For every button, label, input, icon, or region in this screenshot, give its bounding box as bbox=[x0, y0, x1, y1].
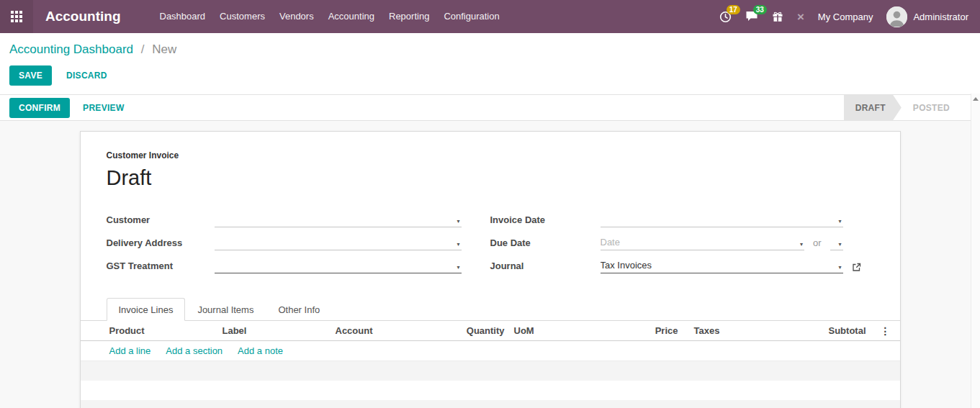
messages-button[interactable]: 33 bbox=[745, 11, 758, 22]
nav-menu-customers[interactable]: Customers bbox=[212, 0, 272, 33]
gift-icon bbox=[772, 11, 783, 22]
close-icon[interactable]: × bbox=[797, 11, 804, 23]
referral-button[interactable] bbox=[772, 11, 783, 22]
vertical-scrollbar[interactable] bbox=[971, 94, 980, 408]
gst-treatment-label: GST Treatment bbox=[107, 260, 215, 273]
chevron-down-icon[interactable]: ▾ bbox=[838, 242, 841, 248]
preview-button[interactable]: PREVIEW bbox=[83, 103, 124, 113]
breadcrumb-current: New bbox=[152, 42, 176, 56]
delivery-address-input[interactable] bbox=[215, 236, 462, 250]
column-uom: UoM bbox=[514, 325, 621, 336]
nav-menu-configuration[interactable]: Configuration bbox=[436, 0, 506, 33]
invoice-state-title: Draft bbox=[107, 166, 874, 190]
navbar-systray: 17 33 × My Company Administrator bbox=[719, 6, 968, 27]
column-product: Product bbox=[81, 325, 222, 336]
add-section-link[interactable]: Add a section bbox=[166, 345, 222, 356]
company-switcher[interactable]: My Company bbox=[818, 12, 873, 22]
add-line-row: Add a line Add a section Add a note bbox=[81, 341, 900, 361]
user-avatar bbox=[886, 6, 907, 27]
breadcrumb-parent[interactable]: Accounting Dashboard bbox=[9, 42, 133, 56]
customer-label: Customer bbox=[107, 214, 215, 227]
form-buttons: SAVE DISCARD bbox=[0, 60, 980, 94]
invoice-lines-header: Product Label Account Quantity UoM Price… bbox=[81, 321, 900, 341]
odoo-screen: Accounting Dashboard Customers Vendors A… bbox=[0, 0, 980, 408]
confirm-button[interactable]: CONFIRM bbox=[9, 98, 70, 118]
add-note-link[interactable]: Add a note bbox=[238, 345, 283, 356]
customer-input[interactable] bbox=[215, 213, 462, 227]
empty-line-row bbox=[81, 381, 900, 400]
journal-input[interactable] bbox=[601, 259, 843, 273]
notebook-tabs: Invoice Lines Journal Items Other Info bbox=[81, 298, 900, 321]
column-options-icon[interactable]: ⋮ bbox=[871, 325, 900, 337]
activity-count-badge: 17 bbox=[727, 5, 740, 14]
chevron-down-icon[interactable]: ▾ bbox=[457, 265, 459, 271]
chevron-down-icon[interactable]: ▾ bbox=[800, 242, 803, 248]
chevron-down-icon[interactable]: ▾ bbox=[838, 219, 841, 225]
nav-menu-vendors[interactable]: Vendors bbox=[272, 0, 321, 33]
due-date-input[interactable] bbox=[601, 236, 804, 250]
status-pipeline: DRAFT POSTED bbox=[844, 95, 961, 121]
statusbar: CONFIRM PREVIEW DRAFT POSTED bbox=[0, 94, 980, 121]
save-button[interactable]: SAVE bbox=[9, 65, 52, 86]
person-icon bbox=[886, 6, 907, 27]
column-quantity: Quantity bbox=[451, 325, 514, 336]
user-name: Administrator bbox=[913, 12, 968, 22]
gst-treatment-input[interactable] bbox=[215, 259, 462, 273]
breadcrumb: Accounting Dashboard / New bbox=[0, 33, 980, 60]
delivery-address-label: Delivery Address bbox=[107, 237, 215, 250]
user-menu[interactable]: Administrator bbox=[886, 6, 968, 27]
add-line-link[interactable]: Add a line bbox=[109, 345, 151, 356]
discard-button[interactable]: DISCARD bbox=[66, 71, 107, 81]
column-subtotal: Subtotal bbox=[758, 325, 871, 336]
statusbar-buttons: CONFIRM PREVIEW bbox=[9, 98, 125, 118]
apps-grid-icon bbox=[11, 11, 22, 22]
column-label: Label bbox=[222, 325, 336, 336]
due-date-label: Due Date bbox=[490, 237, 601, 250]
column-price: Price bbox=[621, 325, 678, 336]
nav-menu-reporting[interactable]: Reporting bbox=[382, 0, 436, 33]
external-link-icon[interactable] bbox=[852, 263, 861, 273]
status-posted[interactable]: POSTED bbox=[902, 95, 961, 121]
status-draft[interactable]: DRAFT bbox=[844, 95, 902, 121]
message-count-badge: 33 bbox=[753, 5, 767, 14]
form-view-content: Customer Invoice Draft Customer ▾ bbox=[0, 121, 980, 408]
tab-journal-items[interactable]: Journal Items bbox=[185, 298, 266, 321]
column-account: Account bbox=[336, 325, 451, 336]
nav-menu: Dashboard Customers Vendors Accounting R… bbox=[153, 0, 507, 33]
empty-line-row bbox=[81, 361, 900, 381]
journal-label: Journal bbox=[490, 260, 601, 273]
empty-line-row bbox=[81, 400, 900, 408]
chevron-down-icon[interactable]: ▾ bbox=[457, 219, 459, 225]
scroll-up-arrow-icon[interactable] bbox=[973, 97, 979, 101]
tab-other-info[interactable]: Other Info bbox=[266, 298, 332, 321]
or-label: or bbox=[813, 237, 822, 250]
document-type-label: Customer Invoice bbox=[107, 150, 874, 160]
breadcrumb-separator: / bbox=[141, 42, 145, 56]
apps-menu-button[interactable] bbox=[0, 0, 33, 33]
top-navbar: Accounting Dashboard Customers Vendors A… bbox=[0, 0, 980, 33]
chevron-down-icon[interactable]: ▾ bbox=[457, 242, 459, 248]
invoice-date-label: Invoice Date bbox=[490, 214, 601, 227]
nav-menu-accounting[interactable]: Accounting bbox=[321, 0, 382, 33]
chevron-down-icon[interactable]: ▾ bbox=[838, 265, 841, 271]
app-name[interactable]: Accounting bbox=[45, 9, 121, 24]
tab-invoice-lines[interactable]: Invoice Lines bbox=[107, 298, 186, 321]
invoice-date-input[interactable] bbox=[601, 213, 843, 227]
invoice-form-fields: Customer ▾ Delivery Address ▾ bbox=[107, 212, 874, 281]
column-taxes: Taxes bbox=[678, 325, 758, 336]
invoice-sheet: Customer Invoice Draft Customer ▾ bbox=[80, 131, 901, 408]
activities-button[interactable]: 17 bbox=[719, 11, 732, 23]
nav-menu-dashboard[interactable]: Dashboard bbox=[153, 0, 213, 33]
